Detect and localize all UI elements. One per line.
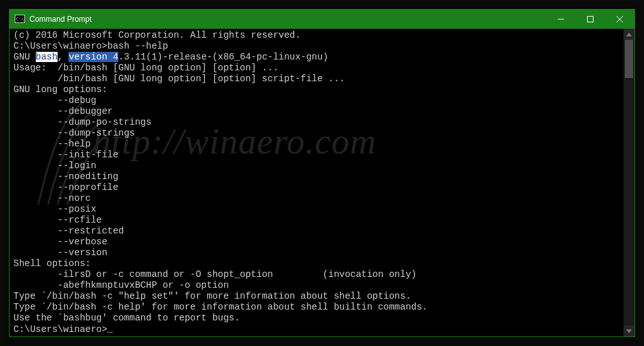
terminal-area[interactable]: (c) 2016 Microsoft Corporation. All righ…	[10, 29, 634, 336]
output-line: --init-file	[13, 150, 623, 161]
svg-rect-2	[558, 19, 564, 20]
output-line: --login	[13, 161, 623, 171]
output-line: --restricted	[13, 226, 623, 237]
output-line: GNU long options:	[13, 84, 623, 95]
output-line: Usage: /bin/bash [GNU long option] [opti…	[13, 63, 623, 74]
output-line: --dump-strings	[13, 128, 623, 139]
output-line: (c) 2016 Microsoft Corporation. All righ…	[13, 30, 623, 41]
output-line: /bin/bash [GNU long option] [option] scr…	[13, 74, 623, 84]
cmd-icon: C:\	[15, 14, 25, 24]
selected-text: version 4	[68, 52, 118, 62]
output-line: -abefhkmnptuvxBCHP or -o option	[13, 280, 623, 291]
output-line: -ilrsD or -c command or -O shopt_option …	[13, 269, 623, 280]
output-line: C:\Users\winaero>_	[13, 324, 623, 335]
scroll-up-button[interactable]	[624, 29, 634, 40]
output-line: --dump-po-strings	[13, 117, 623, 128]
scrollbar[interactable]	[624, 29, 634, 336]
cursor: _	[107, 324, 113, 334]
output-line: Type `/bin/bash -c help' for more inform…	[13, 302, 623, 313]
maximize-button[interactable]	[576, 10, 605, 29]
output-line: --noediting	[13, 171, 623, 182]
prompt-text: C:\Users\winaero>	[13, 324, 107, 334]
output-line: Use the `bashbug' command to report bugs…	[13, 313, 623, 324]
output-line: --norc	[13, 193, 623, 204]
output-line: --rcfile	[13, 215, 623, 226]
minimize-button[interactable]	[546, 10, 576, 29]
output-line: --noprofile	[13, 182, 623, 193]
command-text: bash --help	[107, 41, 168, 51]
output-line: --posix	[13, 204, 623, 215]
output-line: --verbose	[13, 237, 623, 248]
output-line: --help	[13, 139, 623, 150]
command-prompt-window: C:\ Command Prompt (c) 2016 Microsoft Co…	[9, 9, 635, 337]
output-line: --debugger	[13, 106, 623, 117]
output-line: --version	[13, 248, 623, 258]
prompt-text: C:\Users\winaero>	[13, 41, 107, 51]
selected-text: bash	[36, 52, 58, 62]
output-line: --debug	[13, 95, 623, 106]
svg-text:C:\: C:\	[16, 17, 24, 22]
close-button[interactable]	[605, 10, 634, 29]
output-line: GNU bash, version 4.3.11(1)-release-(x86…	[13, 52, 623, 63]
output-line: Type `/bin/bash -c "help set"' for more …	[13, 291, 623, 302]
scrollbar-thumb[interactable]	[625, 40, 633, 78]
svg-rect-3	[588, 17, 593, 22]
terminal-output: (c) 2016 Microsoft Corporation. All righ…	[13, 30, 623, 335]
titlebar[interactable]: C:\ Command Prompt	[10, 10, 634, 29]
output-line: Shell options:	[13, 258, 623, 269]
window-title: Command Prompt	[29, 15, 91, 24]
output-line: C:\Users\winaero>bash --help	[13, 41, 623, 52]
scroll-down-button[interactable]	[624, 326, 634, 336]
